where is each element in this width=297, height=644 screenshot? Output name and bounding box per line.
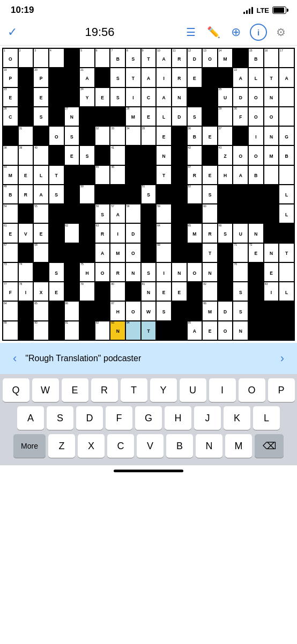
- key-n[interactable]: N: [196, 434, 222, 458]
- key-o[interactable]: O: [239, 378, 265, 402]
- cell-2-11[interactable]: N: [172, 87, 187, 107]
- cell-4-13[interactable]: E: [202, 126, 218, 145]
- cell-11-5[interactable]: 75H: [79, 262, 95, 282]
- cell-0-13[interactable]: 13O: [202, 48, 218, 68]
- cell-2-12[interactable]: [187, 87, 203, 107]
- cell-12-1[interactable]: 78I: [18, 282, 34, 301]
- cell-8-1[interactable]: [18, 204, 34, 223]
- cell-12-16[interactable]: [248, 282, 264, 301]
- cell-13-9[interactable]: W: [141, 301, 157, 320]
- cell-11-13[interactable]: N: [202, 262, 218, 282]
- cell-1-14[interactable]: [218, 68, 233, 87]
- cell-10-13[interactable]: T: [202, 243, 218, 262]
- cell-10-7[interactable]: M: [110, 243, 125, 262]
- cell-3-17[interactable]: O: [264, 107, 279, 126]
- cell-7-13[interactable]: S: [202, 185, 218, 204]
- key-more[interactable]: More: [13, 434, 46, 458]
- cell-11-1[interactable]: 74: [18, 262, 34, 282]
- cell-8-11[interactable]: [172, 204, 187, 223]
- cell-7-6[interactable]: [95, 185, 110, 204]
- cell-5-17[interactable]: M: [264, 145, 279, 165]
- cell-10-17[interactable]: N: [264, 243, 279, 262]
- key-k[interactable]: K: [224, 406, 250, 430]
- cell-6-17[interactable]: [264, 165, 279, 185]
- cell-12-10[interactable]: E: [156, 282, 172, 301]
- cell-12-18[interactable]: L: [279, 282, 294, 301]
- cell-7-12[interactable]: 52: [187, 185, 203, 204]
- cell-6-3[interactable]: T: [49, 165, 64, 185]
- cell-3-12[interactable]: S: [187, 107, 203, 126]
- cell-7-18[interactable]: L: [279, 185, 294, 204]
- key-h[interactable]: H: [165, 406, 191, 430]
- cell-13-5[interactable]: [79, 301, 95, 320]
- cell-7-8[interactable]: [125, 185, 141, 204]
- cell-4-15[interactable]: [233, 126, 248, 145]
- cell-3-11[interactable]: D: [172, 107, 187, 126]
- key-f[interactable]: F: [106, 406, 132, 430]
- key-e[interactable]: E: [62, 378, 88, 402]
- cell-12-5[interactable]: 79: [79, 282, 95, 301]
- cell-9-14[interactable]: 66S: [218, 223, 233, 243]
- cell-12-9[interactable]: 81N: [141, 282, 157, 301]
- cell-13-2[interactable]: 85: [33, 301, 49, 320]
- cell-3-10[interactable]: L: [156, 107, 172, 126]
- cell-10-3[interactable]: [49, 243, 64, 262]
- cell-11-2[interactable]: [33, 262, 49, 282]
- key-t[interactable]: T: [121, 378, 147, 402]
- key-y[interactable]: Y: [150, 378, 177, 402]
- cell-2-6[interactable]: E: [95, 87, 110, 107]
- cell-0-10[interactable]: 10A: [156, 48, 172, 68]
- cell-14-12[interactable]: 95A: [187, 321, 203, 340]
- cell-1-7[interactable]: S: [110, 68, 125, 87]
- cell-4-7[interactable]: 33: [110, 126, 125, 145]
- cell-1-6[interactable]: [95, 68, 110, 87]
- cell-11-14[interactable]: [218, 262, 233, 282]
- cell-1-9[interactable]: A: [141, 68, 157, 87]
- key-p[interactable]: P: [268, 378, 295, 402]
- cell-10-1[interactable]: [18, 243, 34, 262]
- cell-3-15[interactable]: 30F: [233, 107, 248, 126]
- crossword-grid[interactable]: 1O234567B8S9T10A11R12D13O14M15B161719P20…: [2, 48, 295, 341]
- cell-3-7[interactable]: [110, 107, 125, 126]
- cell-10-18[interactable]: T: [279, 243, 294, 262]
- cell-14-1[interactable]: [18, 321, 34, 340]
- cell-3-4[interactable]: 27N: [64, 107, 80, 126]
- cell-4-18[interactable]: G: [279, 126, 294, 145]
- cell-5-4[interactable]: E: [64, 145, 80, 165]
- cell-10-0[interactable]: 67: [3, 243, 18, 262]
- cell-13-15[interactable]: S: [233, 301, 248, 320]
- cell-6-9[interactable]: [141, 165, 157, 185]
- prev-clue-button[interactable]: ‹: [9, 349, 21, 368]
- cell-12-7[interactable]: 80: [110, 282, 125, 301]
- cell-10-6[interactable]: A: [95, 243, 110, 262]
- cell-7-4[interactable]: [64, 185, 80, 204]
- cell-2-8[interactable]: I: [125, 87, 141, 107]
- cell-2-10[interactable]: A: [156, 87, 172, 107]
- cell-1-1[interactable]: [18, 68, 34, 87]
- cell-14-9[interactable]: T: [141, 321, 157, 340]
- cell-2-2[interactable]: E: [33, 87, 49, 107]
- cell-3-9[interactable]: E: [141, 107, 157, 126]
- cell-3-18[interactable]: [279, 107, 294, 126]
- cell-9-10[interactable]: 64: [156, 223, 172, 243]
- cell-5-3[interactable]: [49, 145, 64, 165]
- cell-9-13[interactable]: R: [202, 223, 218, 243]
- cell-0-5[interactable]: 5: [79, 48, 95, 68]
- cell-3-1[interactable]: [18, 107, 34, 126]
- cell-1-0[interactable]: 19P: [3, 68, 18, 87]
- cell-7-0[interactable]: 49B: [3, 185, 18, 204]
- cell-7-17[interactable]: [264, 185, 279, 204]
- cell-14-6[interactable]: 92: [95, 321, 110, 340]
- cell-9-16[interactable]: N: [248, 223, 264, 243]
- cell-9-15[interactable]: U: [233, 223, 248, 243]
- cell-3-2[interactable]: S: [33, 107, 49, 126]
- cell-6-2[interactable]: L: [33, 165, 49, 185]
- cell-4-9[interactable]: 35: [141, 126, 157, 145]
- cell-5-6[interactable]: [95, 145, 110, 165]
- cell-8-16[interactable]: [248, 204, 264, 223]
- cell-6-15[interactable]: A: [233, 165, 248, 185]
- cell-13-7[interactable]: 87H: [110, 301, 125, 320]
- cell-4-10[interactable]: E: [156, 126, 172, 145]
- cell-12-3[interactable]: E: [49, 282, 64, 301]
- cell-6-4[interactable]: [64, 165, 80, 185]
